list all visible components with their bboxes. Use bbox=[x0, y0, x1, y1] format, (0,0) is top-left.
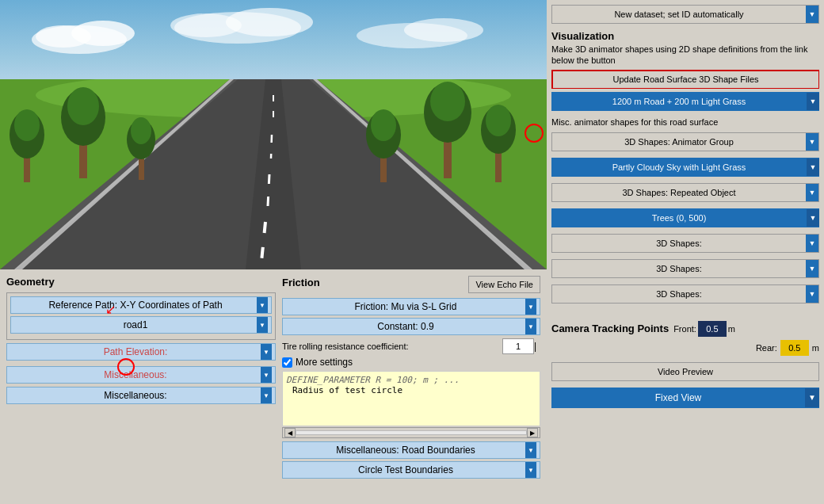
shapes-group-label: 3D Shapes: Animator Group bbox=[552, 137, 806, 147]
tire-rolling-input[interactable]: 1 bbox=[502, 338, 534, 354]
shapes-dropdown-2[interactable]: 3D Shapes: ▼ bbox=[551, 259, 819, 278]
geometry-section: Geometry Reference Path: X-Y Coordinates… bbox=[6, 276, 276, 498]
friction-title: Friction bbox=[282, 277, 320, 288]
misc-animator-label: Misc. animator shapes for this road surf… bbox=[551, 117, 819, 127]
svg-point-27 bbox=[131, 117, 151, 144]
misc-arrow-2[interactable]: ▼ bbox=[261, 388, 272, 403]
shapes-repeated-dropdown[interactable]: 3D Shapes: Repeated Object ▼ bbox=[551, 183, 819, 202]
friction-dropdown[interactable]: Friction: Mu via S-L Grid ▼ bbox=[282, 298, 540, 315]
friction-section: Friction View Echo File Friction: Mu via… bbox=[282, 276, 540, 498]
trees-label: Trees (0, 500) bbox=[551, 213, 807, 223]
trees-arrow[interactable]: ▼ bbox=[807, 209, 819, 227]
misc-road-arrow[interactable]: ▼ bbox=[525, 442, 536, 458]
trees-dropdown[interactable]: Trees (0, 500) ▼ bbox=[551, 208, 819, 227]
road-dropdown-arrow[interactable]: ▼ bbox=[807, 93, 819, 110]
section-separator bbox=[551, 310, 819, 315]
road-visualization bbox=[0, 0, 547, 269]
video-preview-button[interactable]: Video Preview bbox=[551, 362, 819, 381]
more-settings-row: More settings bbox=[282, 357, 540, 368]
misc-dropdown-1[interactable]: Miscellaneous: ▼ bbox=[6, 366, 276, 384]
scroll-left-btn[interactable]: ◀ bbox=[284, 428, 296, 437]
constant-dropdown[interactable]: Constant: 0.9 ▼ bbox=[282, 318, 540, 335]
road-dropdown-label: 1200 m Road + 200 m Light Grass bbox=[551, 97, 807, 106]
sky-label: Partly Cloudy Sky with Light Grass bbox=[551, 162, 807, 172]
fixed-view-dropdown[interactable]: Fixed View ▼ bbox=[551, 388, 819, 408]
misc-arrow-1[interactable]: ▼ bbox=[261, 367, 272, 383]
shapes-repeated-label: 3D Shapes: Repeated Object bbox=[552, 188, 806, 197]
shapes-repeated-arrow[interactable]: ▼ bbox=[806, 184, 818, 201]
scrollbar-horizontal[interactable]: ◀ ▶ bbox=[282, 427, 540, 438]
view-echo-button[interactable]: View Echo File bbox=[468, 276, 540, 293]
more-settings-checkbox[interactable] bbox=[282, 357, 292, 368]
misc-road-dropdown[interactable]: Miscellaneous: Road Boundaries ▼ bbox=[282, 441, 540, 459]
rear-row: Rear: m bbox=[551, 340, 819, 356]
dataset-arrow[interactable]: ▼ bbox=[806, 6, 818, 23]
separator: | bbox=[534, 341, 540, 352]
scroll-track[interactable] bbox=[296, 430, 527, 435]
shapes-arrow-1[interactable]: ▼ bbox=[806, 235, 818, 252]
define-param-area[interactable]: DEFINE_PARAMETER R = 100; m ; ... Radius… bbox=[282, 371, 540, 426]
road-name-label: road1 bbox=[14, 319, 257, 330]
trees bbox=[0, 79, 547, 238]
misc-label-1: Miscellaneous: bbox=[10, 369, 261, 380]
sky-dropdown[interactable]: Partly Cloudy Sky with Light Grass ▼ bbox=[551, 158, 819, 177]
road-name-dropdown[interactable]: road1 ▼ bbox=[10, 316, 272, 334]
constant-label: Constant: 0.9 bbox=[286, 321, 525, 332]
friction-header: Friction View Echo File bbox=[282, 276, 540, 293]
svg-point-7 bbox=[404, 18, 483, 42]
rear-label: Rear: bbox=[756, 343, 777, 353]
sky-arrow[interactable]: ▼ bbox=[807, 158, 819, 176]
visualization-section: Visualization Make 3D animator shapes us… bbox=[551, 30, 819, 114]
update-road-button[interactable]: Update Road Surface 3D Shape Files bbox=[551, 70, 819, 89]
rear-unit: m bbox=[812, 343, 819, 353]
shapes-arrow-3[interactable]: ▼ bbox=[806, 285, 818, 303]
shapes-group-arrow[interactable]: ▼ bbox=[806, 133, 818, 151]
svg-point-33 bbox=[430, 82, 465, 121]
shapes-label-2: 3D Shapes: bbox=[552, 264, 806, 273]
path-elevation-label: Path Elevation: bbox=[10, 346, 261, 357]
scroll-right-btn[interactable]: ▶ bbox=[527, 428, 538, 437]
circle-test-arrow[interactable]: ▼ bbox=[525, 462, 536, 478]
tire-rolling-label: Tire rolling resistance coefficient: bbox=[282, 342, 502, 351]
dataset-dropdown[interactable]: New dataset; set ID automatically ▼ bbox=[551, 5, 819, 24]
red-circle-indicator bbox=[117, 358, 135, 376]
svg-point-5 bbox=[170, 13, 242, 37]
road-dropdown[interactable]: 1200 m Road + 200 m Light Grass ▼ bbox=[551, 92, 819, 111]
path-elevation-arrow[interactable]: ▼ bbox=[261, 344, 272, 360]
define-param-line2: Radius of test circle bbox=[286, 385, 536, 395]
front-input-group: Front: m bbox=[673, 321, 735, 337]
shapes-label-1: 3D Shapes: bbox=[552, 239, 806, 248]
road-name-arrow[interactable]: ▼ bbox=[257, 317, 268, 333]
front-label: Front: bbox=[673, 324, 696, 334]
circle-test-dropdown[interactable]: Circle Test Boundaries ▼ bbox=[282, 461, 540, 479]
more-settings-label: More settings bbox=[296, 357, 353, 368]
path-elevation-dropdown[interactable]: Path Elevation: ▼ bbox=[6, 343, 276, 361]
rear-value-input[interactable] bbox=[780, 340, 809, 356]
geometry-box: Reference Path: X-Y Coordinates of Path … bbox=[6, 292, 276, 340]
camera-inputs: Front: m bbox=[673, 321, 735, 337]
right-panel: New dataset; set ID automatically ▼ Visu… bbox=[547, 0, 824, 504]
reference-path-arrow[interactable]: ▼ bbox=[257, 297, 268, 313]
misc-road-label: Miscellaneous: Road Boundaries bbox=[286, 445, 525, 456]
road-name-container: road1 ▼ ↙ bbox=[10, 316, 272, 334]
shapes-dropdown-3[interactable]: 3D Shapes: ▼ bbox=[551, 284, 819, 304]
camera-section: Camera Tracking Points Front: m Rear: m bbox=[551, 321, 819, 359]
shapes-group-dropdown[interactable]: 3D Shapes: Animator Group ▼ bbox=[551, 132, 819, 151]
tire-rolling-row: Tire rolling resistance coefficient: 1 | bbox=[282, 338, 540, 354]
misc-label-2: Miscellaneous: bbox=[10, 390, 261, 401]
reference-path-dropdown[interactable]: Reference Path: X-Y Coordinates of Path … bbox=[10, 296, 272, 314]
fixed-view-arrow[interactable]: ▼ bbox=[805, 388, 819, 407]
front-value-input[interactable] bbox=[698, 321, 727, 337]
shapes-dropdown-1[interactable]: 3D Shapes: ▼ bbox=[551, 234, 819, 253]
misc-dropdown-2[interactable]: Miscellaneous: ▼ bbox=[6, 387, 276, 404]
reference-path-label: Reference Path: X-Y Coordinates of Path bbox=[14, 300, 257, 311]
path-elevation-row: Path Elevation: ▼ bbox=[6, 343, 276, 363]
svg-point-21 bbox=[14, 109, 40, 141]
visualization-desc: Make 3D animator shapes using 2D shape d… bbox=[551, 44, 819, 67]
shapes-arrow-2[interactable]: ▼ bbox=[806, 260, 818, 277]
camera-title: Camera Tracking Points bbox=[551, 323, 669, 334]
circle-test-label: Circle Test Boundaries bbox=[286, 464, 525, 475]
constant-arrow[interactable]: ▼ bbox=[525, 319, 536, 334]
svg-point-30 bbox=[371, 109, 396, 141]
friction-arrow[interactable]: ▼ bbox=[525, 299, 536, 315]
